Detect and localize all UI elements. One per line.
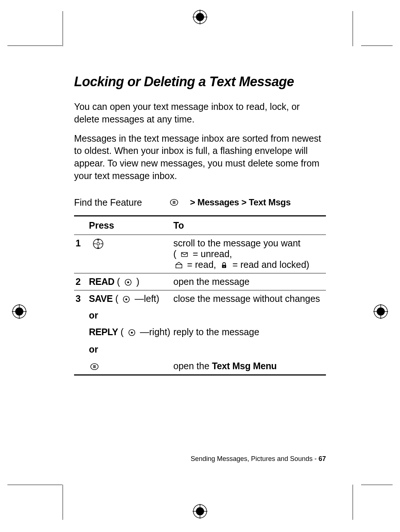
step-1-unread-text: = unread,: [193, 249, 232, 259]
nav-key-icon: [93, 238, 104, 249]
step-3-press-reply: REPLY ( —right): [87, 324, 172, 340]
svg-rect-27: [176, 265, 182, 268]
crop-mark: [353, 11, 353, 46]
nav-path-text: > Messages > Text Msgs: [190, 197, 291, 208]
paragraph-2: Messages in the text message inbox are s…: [74, 132, 326, 182]
step-3-to-menu: open the Text Msg Menu: [172, 358, 326, 375]
svg-rect-29: [224, 266, 225, 267]
find-feature-path: > Messages > Text Msgs: [169, 197, 291, 208]
find-feature-row: Find the Feature > Messages > Text Msgs: [74, 197, 326, 208]
find-feature-label: Find the Feature: [74, 197, 169, 208]
or-label-2: or: [87, 340, 172, 358]
step-1-to-line1: scroll to the message you want: [173, 238, 300, 248]
step-3-save-suffix: —left): [134, 293, 159, 304]
svg-point-31: [127, 281, 129, 283]
reply-key-label: REPLY: [89, 327, 118, 337]
svg-point-21: [97, 242, 100, 245]
lock-icon: [220, 261, 228, 269]
step-3-to-reply: reply to the message: [172, 324, 326, 340]
page-content: Locking or Deleting a Text Message You c…: [74, 74, 326, 376]
registration-mark-bottom: [193, 504, 207, 519]
paragraph-1: You can open your text message inbox to …: [74, 101, 326, 126]
select-key-icon: [124, 278, 132, 286]
crop-mark: [63, 485, 63, 520]
menu-key-icon: [170, 198, 178, 206]
open-envelope-icon: [175, 261, 183, 269]
registration-mark-left: [12, 304, 27, 319]
select-key-icon: [128, 329, 136, 337]
step-2-to: open the message: [172, 273, 326, 290]
step-1-read-text: = read,: [187, 259, 219, 270]
step-number-3: 3: [74, 290, 87, 307]
footer-text: Sending Messages, Pictures and Sounds -: [191, 455, 319, 462]
step-number-2: 2: [74, 273, 87, 290]
step-1-press: [87, 235, 172, 273]
menu-key-icon: [90, 363, 99, 371]
page-footer: Sending Messages, Pictures and Sounds - …: [74, 455, 326, 463]
page-title: Locking or Deleting a Text Message: [74, 74, 326, 90]
step-3-reply-suffix: —right): [140, 327, 170, 337]
or-label-1: or: [87, 307, 172, 324]
envelope-icon: [180, 250, 189, 259]
crop-mark: [63, 11, 63, 46]
registration-mark-top: [193, 10, 207, 24]
step-1-paren-open: (: [173, 249, 176, 259]
text-msg-menu-label: Text Msg Menu: [212, 361, 277, 371]
crop-mark: [361, 485, 393, 485]
step-3-press-menu: [87, 358, 172, 375]
column-header-press: Press: [87, 216, 172, 235]
crop-mark: [7, 485, 62, 485]
step-2-press: READ ( ): [87, 273, 172, 290]
column-header-to: To: [172, 216, 326, 235]
svg-point-33: [126, 298, 127, 300]
crop-mark: [7, 46, 62, 46]
step-3-to-menu-pre: open the: [173, 361, 212, 371]
crop-mark: [353, 485, 353, 520]
read-key-label: READ: [89, 276, 114, 287]
save-key-label: SAVE: [89, 293, 113, 304]
crop-mark: [361, 46, 393, 46]
registration-mark-right: [373, 304, 388, 319]
step-2-press-suffix: ): [136, 276, 139, 287]
steps-table: Press To 1: [74, 215, 326, 376]
step-1-to: scroll to the message you want ( = unrea…: [172, 235, 326, 273]
svg-point-35: [131, 331, 133, 333]
step-number-1: 1: [74, 235, 87, 273]
select-key-icon: [122, 295, 130, 303]
page-number: 67: [319, 455, 326, 462]
step-1-locked-text: = read and locked): [232, 259, 309, 270]
step-3-to-save: close the message without changes: [172, 290, 326, 307]
step-3-press-save: SAVE ( —left): [87, 290, 172, 307]
svg-rect-26: [181, 252, 188, 256]
